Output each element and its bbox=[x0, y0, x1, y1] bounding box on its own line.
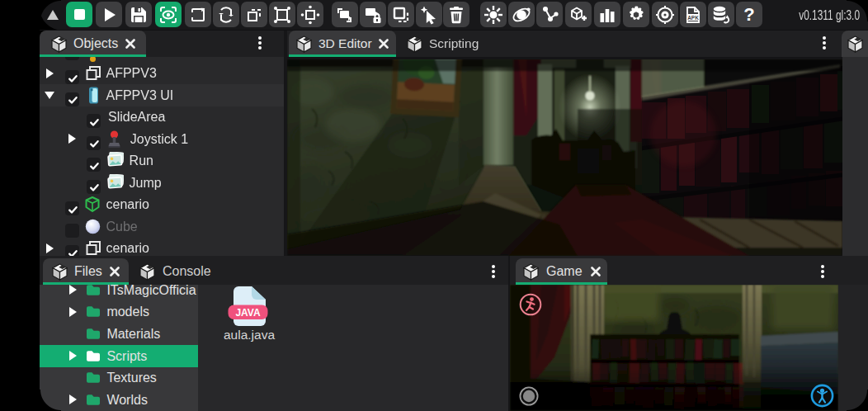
svg-text:APK: APK bbox=[687, 14, 699, 20]
svg-text:JAVA: JAVA bbox=[235, 307, 261, 319]
